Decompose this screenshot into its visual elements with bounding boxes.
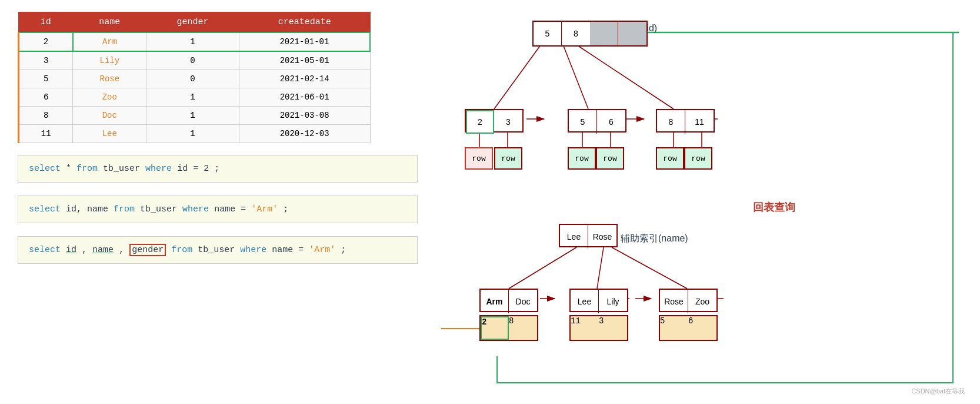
aux-leaf-mid: Lee Lily: [569, 289, 628, 312]
gray-cell-1: [590, 22, 618, 45]
col-gender: gender: [146, 12, 239, 33]
sql-keyword: where: [145, 164, 172, 174]
sql-text: ;: [341, 245, 346, 255]
aux-root-2: Rose: [588, 225, 616, 249]
cell-id: 2: [19, 32, 73, 51]
sql-box-3: select id , name , gender from tb_user w…: [18, 236, 418, 264]
cell-gender: 0: [146, 51, 239, 70]
cell-gender: 1: [146, 88, 239, 107]
aux-root-node: Lee Rose: [559, 224, 618, 247]
svg-line-19: [597, 247, 604, 289]
sql-text: id = 2 ;: [177, 164, 219, 174]
aux-lee: Lee: [571, 290, 599, 313]
svg-line-20: [612, 247, 687, 289]
cell-date: 2021-02-14: [239, 70, 370, 88]
cell-gender: 0: [146, 70, 239, 88]
cell-date: 2020-12-03: [239, 125, 370, 143]
aux-id-11: 11: [571, 316, 599, 340]
sql-keyword: select: [29, 204, 61, 214]
gray-cell-2: [618, 22, 646, 45]
cell-name: Doc: [73, 107, 146, 125]
table-row: 8 Doc 1 2021-03-08: [19, 107, 371, 125]
sql-keyword: select: [29, 245, 61, 255]
sql-text: id, name: [66, 204, 114, 214]
aux-id-2: 2: [481, 316, 509, 340]
cell-name: Arm: [73, 32, 146, 51]
sql-text: tb_user: [140, 204, 182, 214]
sql-text: *: [66, 164, 76, 174]
root-cell-1: 5: [534, 22, 562, 45]
cell-id: 3: [19, 51, 73, 70]
aux-id-6: 6: [688, 316, 716, 340]
table-row: 5 Rose 0 2021-02-14: [19, 70, 371, 88]
auxiliary-index-label: 辅助索引(name): [621, 233, 688, 245]
cluster-l2-node: 5 6: [568, 109, 626, 133]
cell-name: Rose: [73, 70, 146, 88]
sql-keyword: from: [114, 204, 135, 214]
row-cell-mid-2: row: [596, 147, 624, 170]
cell-gender: 1: [146, 125, 239, 143]
row-cell-left-2: row: [494, 147, 522, 170]
l1-cell-1: 2: [466, 110, 494, 134]
aux-arm: Arm: [481, 290, 509, 313]
table-row: 2 Arm 1 2021-01-01: [19, 32, 371, 51]
sql-box-2: select id, name from tb_user where name …: [18, 196, 418, 223]
sql-text: tb_user: [103, 164, 145, 174]
table-row: 6 Zoo 1 2021-06-01: [19, 88, 371, 107]
sql-string: 'Arm': [251, 204, 278, 214]
aux-id-8: 8: [509, 316, 537, 340]
l2-cell-2: 6: [597, 110, 625, 134]
sql-id-underline: id: [66, 245, 76, 255]
cell-gender: 1: [146, 107, 239, 125]
root-cell-2: 8: [562, 22, 590, 45]
svg-line-6: [564, 46, 588, 109]
back-query-label: 回表查询: [753, 200, 795, 214]
row-cell-right-2: row: [684, 147, 712, 170]
aux-zoo: Zoo: [688, 290, 716, 313]
col-id: id: [19, 12, 73, 33]
cluster-l3-node: 8 11: [656, 109, 715, 133]
row-cell-mid-1: row: [568, 147, 596, 170]
cell-id: 6: [19, 88, 73, 107]
cell-date: 2021-01-01: [239, 32, 370, 51]
row-cell-right-1: row: [656, 147, 684, 170]
cell-name: Zoo: [73, 88, 146, 107]
btree-diagram: 聚集索引(id) 5 8 2 3 5 6 8 11 row row row ro…: [441, 6, 971, 400]
sql-text: tb_user: [198, 245, 240, 255]
l3-cell-2: 11: [685, 110, 714, 134]
aux-id-right: 5 6: [659, 315, 718, 341]
cell-id: 8: [19, 107, 73, 125]
table-row: 11 Lee 1 2020-12-03: [19, 125, 371, 143]
cell-name: Lee: [73, 125, 146, 143]
col-name: name: [73, 12, 146, 33]
aux-root-1: Lee: [560, 225, 588, 249]
sql-keyword: where: [240, 245, 266, 255]
cell-name: Lily: [73, 51, 146, 70]
table-row: 3 Lily 0 2021-05-01: [19, 51, 371, 70]
row-cell-left-1: row: [465, 147, 493, 170]
aux-id-left: 2 8: [479, 315, 538, 341]
col-createdate: createdate: [239, 12, 370, 33]
sql-text: ;: [283, 204, 288, 214]
cell-date: 2021-03-08: [239, 107, 370, 125]
aux-rose: Rose: [660, 290, 688, 313]
sql-text: ,: [119, 245, 124, 255]
l1-cell-2: 3: [494, 110, 522, 134]
sql-gender-box: gender: [129, 244, 166, 256]
cell-gender: 1: [146, 32, 239, 51]
aux-lily: Lily: [599, 290, 627, 313]
aux-id-5: 5: [660, 316, 688, 340]
sql-string: 'Arm': [309, 245, 335, 255]
svg-line-5: [494, 46, 540, 109]
sql-keyword: select: [29, 164, 61, 174]
svg-line-18: [509, 247, 576, 289]
cell-id: 11: [19, 125, 73, 143]
sql-text: ,: [82, 245, 87, 255]
sql-keyword: where: [182, 204, 209, 214]
aux-id-mid: 11 3: [569, 315, 628, 341]
sql-keyword: from: [171, 245, 192, 255]
sql-name-underline: name: [92, 245, 114, 255]
arrows-svg: [441, 6, 971, 400]
clustered-root-node: 5 8: [532, 21, 591, 47]
cell-date: 2021-05-01: [239, 51, 370, 70]
